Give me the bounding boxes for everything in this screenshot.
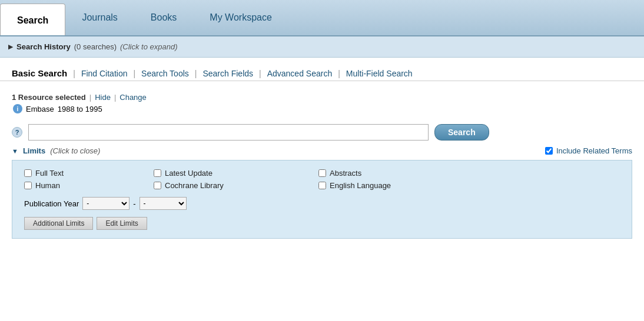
sep-2: | — [133, 69, 135, 78]
search-input[interactable] — [28, 124, 429, 141]
main-area: Basic Search | Find Citation | Search To… — [0, 58, 644, 239]
pub-year-row: Publication Year - - - — [24, 197, 620, 210]
embase-label: Embase — [26, 105, 54, 113]
include-related-checkbox[interactable] — [545, 147, 553, 155]
action-buttons: Additional Limits Edit Limits — [24, 217, 620, 230]
nav-tab-books[interactable]: Books — [134, 0, 193, 35]
embase-range: 1988 to 1995 — [58, 105, 102, 113]
checkbox-abstracts[interactable]: Abstracts — [318, 169, 620, 178]
include-related-container: Include Related Terms — [545, 146, 632, 155]
info-icon: i — [13, 104, 22, 113]
checkbox-english-input[interactable] — [318, 182, 326, 189]
checkbox-fulltext[interactable]: Full Text — [24, 169, 154, 178]
checkbox-human-label: Human — [35, 181, 60, 190]
limits-box: Full Text Latest Update Abstracts Human … — [12, 160, 632, 239]
tab-find-citation[interactable]: Find Citation — [81, 66, 128, 81]
top-navigation: Search Journals Books My Workspace — [0, 0, 644, 36]
checkbox-cochrane[interactable]: Cochrane Library — [154, 181, 318, 190]
resource-sep-1: | — [89, 93, 91, 102]
checkbox-latestupdate-label: Latest Update — [165, 169, 213, 178]
checkbox-cochrane-label: Cochrane Library — [165, 181, 224, 190]
include-related-label: Include Related Terms — [556, 146, 632, 155]
sep-5: | — [338, 69, 340, 78]
search-button[interactable]: Search — [434, 124, 489, 141]
tab-basic-search[interactable]: Basic Search — [12, 66, 67, 81]
resource-hide-link[interactable]: Hide — [95, 93, 111, 102]
resource-selected-text: 1 Resource selected — [12, 93, 86, 102]
sep-3: | — [195, 69, 197, 78]
search-history-label: Search History — [16, 42, 71, 51]
sep-4: | — [259, 69, 261, 78]
checkbox-english[interactable]: English Language — [318, 181, 620, 190]
limits-checkboxes: Full Text Latest Update Abstracts Human … — [24, 169, 620, 190]
search-history-arrow: ▶ — [8, 43, 13, 51]
checkbox-latestupdate[interactable]: Latest Update — [154, 169, 318, 178]
nav-tab-myworkspace[interactable]: My Workspace — [193, 0, 288, 35]
checkbox-fulltext-input[interactable] — [24, 169, 32, 177]
pub-year-label: Publication Year — [24, 199, 79, 208]
checkbox-cochrane-input[interactable] — [154, 182, 161, 189]
pub-year-dash: - — [133, 199, 135, 208]
search-history-bar[interactable]: ▶ Search History (0 searches) (Click to … — [0, 36, 644, 58]
checkbox-latestupdate-input[interactable] — [154, 169, 161, 177]
sep-1: | — [73, 69, 75, 78]
limits-title: Limits — [23, 146, 45, 155]
nav-tab-search[interactable]: Search — [0, 4, 65, 35]
limits-arrow: ▼ — [12, 148, 18, 155]
checkbox-abstracts-label: Abstracts — [330, 169, 361, 178]
checkbox-human-input[interactable] — [24, 182, 32, 189]
help-icon[interactable]: ? — [12, 127, 22, 138]
resource-area: 1 Resource selected | Hide | Change i Em… — [0, 81, 644, 113]
tab-search-fields[interactable]: Search Fields — [203, 66, 253, 81]
limits-hint[interactable]: (Click to close) — [50, 146, 100, 155]
resource-change-link[interactable]: Change — [119, 93, 147, 102]
tab-search-tools[interactable]: Search Tools — [141, 66, 189, 81]
nav-tab-journals[interactable]: Journals — [65, 0, 134, 35]
edit-limits-button[interactable]: Edit Limits — [97, 217, 147, 230]
resource-sep-2: | — [114, 93, 116, 102]
pub-year-to-select[interactable]: - — [140, 197, 187, 210]
search-history-count: (0 searches) — [74, 42, 117, 51]
embase-line: i Embase 1988 to 1995 — [13, 104, 632, 113]
checkbox-english-label: English Language — [330, 181, 391, 190]
additional-limits-button[interactable]: Additional Limits — [24, 217, 93, 230]
tab-multifield-search[interactable]: Multi-Field Search — [346, 66, 413, 81]
checkbox-fulltext-label: Full Text — [35, 169, 64, 178]
checkbox-human[interactable]: Human — [24, 181, 154, 190]
search-mode-tabs: Basic Search | Find Citation | Search To… — [0, 58, 644, 81]
limits-section: ▼ Limits (Click to close) Include Relate… — [12, 146, 632, 239]
tab-advanced-search[interactable]: Advanced Search — [267, 66, 333, 81]
checkbox-abstracts-input[interactable] — [318, 169, 326, 177]
search-input-area: ? Search — [0, 121, 644, 141]
search-history-hint: (Click to expand) — [120, 42, 178, 51]
pub-year-from-select[interactable]: - — [82, 197, 130, 210]
limits-header: ▼ Limits (Click to close) Include Relate… — [12, 146, 632, 155]
